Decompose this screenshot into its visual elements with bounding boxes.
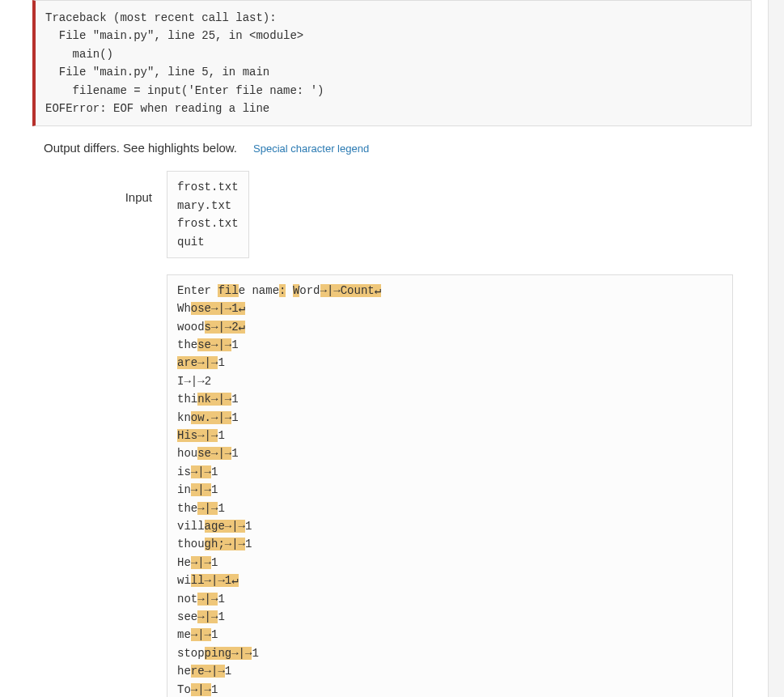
text-span: in <box>177 483 191 496</box>
text-span <box>286 284 292 297</box>
highlight-span: age→|→ <box>205 520 245 533</box>
diff-header: Output differs. See highlights below. Sp… <box>44 141 752 155</box>
output-line: not→|→1 <box>177 590 723 608</box>
text-span: 1 <box>218 429 224 442</box>
text-span: 1 <box>231 447 238 460</box>
output-line: woods→|→2↵ <box>177 318 723 336</box>
input-box: frost.txt mary.txt frost.txt quit <box>167 171 249 258</box>
output-line: His→|→1 <box>177 427 723 444</box>
output-line: He→|→1 <box>177 554 723 572</box>
highlight-span: →|→ <box>191 556 211 569</box>
scrollbar-track[interactable] <box>768 0 784 697</box>
input-row: Input frost.txt mary.txt frost.txt quit <box>0 171 784 258</box>
highlight-span: ↵ <box>231 574 238 587</box>
output-line: is→|→1 <box>177 463 723 481</box>
output-line: are→|→1 <box>177 354 723 372</box>
text-span: 1 <box>218 356 224 369</box>
highlight-span: His <box>177 429 197 442</box>
text-span: 1 <box>218 593 224 606</box>
highlight-span: →|→ <box>197 593 218 606</box>
highlight-span: se→|→ <box>197 338 231 351</box>
text-span: 1 <box>211 483 218 496</box>
highlight-span: ping→|→ <box>205 647 252 660</box>
text-span: 1 <box>245 520 252 533</box>
output-line: Whose→|→1↵ <box>177 300 723 317</box>
text-span: 1 <box>218 502 224 515</box>
highlight-span: re→|→ <box>191 665 225 678</box>
output-line: me→|→1 <box>177 626 723 644</box>
output-line: here→|→1 <box>177 662 723 680</box>
text-span: Enter <box>177 284 218 297</box>
highlight-span: se→|→ <box>197 447 231 460</box>
input-label: Input <box>0 171 167 204</box>
page: Traceback (most recent call last): File … <box>0 0 784 697</box>
text-span: ord <box>299 284 320 297</box>
output-line: the→|→1 <box>177 499 723 517</box>
output-line: in→|→1 <box>177 481 723 499</box>
highlight-span: →|→Count↵ <box>320 284 382 297</box>
special-character-legend-link[interactable]: Special character legend <box>253 142 369 155</box>
text-span: 1 <box>231 411 238 424</box>
text-span: is <box>177 465 191 478</box>
highlight-span: →|→ <box>191 465 211 478</box>
output-box: Enter file name: Word→|→Count↵Whose→|→1↵… <box>167 274 733 697</box>
text-span: he <box>177 665 191 678</box>
text-span: →|→ <box>184 375 204 388</box>
text-span: He <box>177 556 191 569</box>
output-line: stopping→|→1 <box>177 644 723 662</box>
text-span: 1 <box>252 647 258 660</box>
highlight-span: fil <box>218 284 238 297</box>
highlight-span: →|→ <box>197 502 218 515</box>
highlight-span: ll→|→1 <box>191 574 231 587</box>
highlight-span: ↵ <box>239 302 245 315</box>
highlight-span: s→|→2↵ <box>205 321 245 334</box>
highlight-span: →|→ <box>191 683 211 696</box>
text-span: wood <box>177 321 205 334</box>
text-span: hou <box>177 447 197 460</box>
text-span: thou <box>177 538 205 550</box>
text-span: thi <box>177 393 197 406</box>
output-line: will→|→1↵ <box>177 572 723 589</box>
output-line: house→|→1 <box>177 444 723 462</box>
highlight-span: gh;→|→ <box>205 538 245 550</box>
text-span: the <box>177 338 197 351</box>
text-span: the <box>177 502 197 515</box>
text-span: wi <box>177 574 191 587</box>
highlight-span: →|→ <box>191 483 211 496</box>
text-span: not <box>177 593 197 606</box>
highlight-span: ose→|→1 <box>191 302 239 315</box>
text-span: kn <box>177 411 191 424</box>
output-line: I→|→2 <box>177 372 723 390</box>
text-span: me <box>177 628 191 641</box>
text-span: 1 <box>218 610 224 623</box>
highlight-span: →|→ <box>197 429 218 442</box>
highlight-span: nk→|→ <box>197 393 231 406</box>
text-span: 1 <box>245 538 252 550</box>
text-span: 1 <box>211 556 218 569</box>
highlight-span: →|→ <box>191 628 211 641</box>
text-span: e name <box>239 284 279 297</box>
text-span: 1 <box>211 683 218 696</box>
traceback-box: Traceback (most recent call last): File … <box>32 0 752 126</box>
text-span: stop <box>177 647 205 660</box>
output-line: see→|→1 <box>177 608 723 626</box>
highlight-span: →|→ <box>197 610 218 623</box>
output-line: Enter file name: Word→|→Count↵ <box>177 282 723 300</box>
highlight-span: are <box>177 356 197 369</box>
text-span: see <box>177 610 197 623</box>
highlight-span: →|→ <box>197 356 218 369</box>
output-line: think→|→1 <box>177 390 723 408</box>
output-line: these→|→1 <box>177 336 723 354</box>
text-span: To <box>177 683 191 696</box>
output-line: though;→|→1 <box>177 535 723 553</box>
text-span: vill <box>177 520 205 533</box>
text-span: 1 <box>231 338 238 351</box>
output-line: To→|→1 <box>177 681 723 698</box>
text-span: Wh <box>177 302 191 315</box>
output-line: know.→|→1 <box>177 409 723 427</box>
text-span: 1 <box>211 465 218 478</box>
text-span: 2 <box>205 375 211 388</box>
diff-message: Output differs. See highlights below. <box>44 141 237 155</box>
text-span: 1 <box>211 628 218 641</box>
output-row: Enter file name: Word→|→Count↵Whose→|→1↵… <box>0 274 784 697</box>
